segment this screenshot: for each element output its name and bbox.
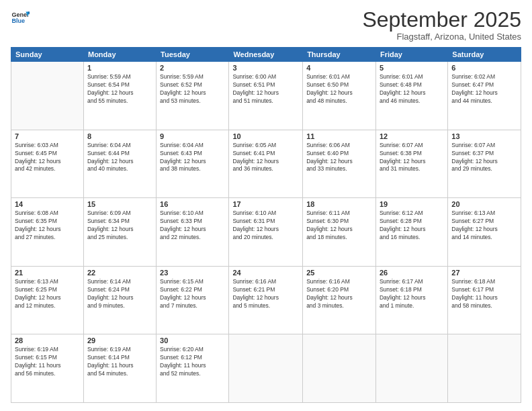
weekday-header-friday: Friday	[375, 48, 447, 62]
day-number: 10	[232, 132, 299, 140]
calendar-cell: 23Sunrise: 6:15 AM Sunset: 6:22 PM Dayli…	[157, 266, 229, 334]
calendar-cell: 9Sunrise: 6:04 AM Sunset: 6:43 PM Daylig…	[157, 130, 229, 198]
calendar-cell	[448, 334, 521, 403]
calendar-cell: 26Sunrise: 6:17 AM Sunset: 6:18 PM Dayli…	[375, 266, 447, 334]
month-title: September 2025	[362, 8, 521, 32]
day-info: Sunrise: 5:59 AM Sunset: 6:52 PM Dayligh…	[160, 73, 225, 105]
day-info: Sunrise: 6:17 AM Sunset: 6:18 PM Dayligh…	[380, 278, 444, 310]
calendar-cell: 11Sunrise: 6:06 AM Sunset: 6:40 PM Dayli…	[303, 130, 376, 198]
day-info: Sunrise: 6:09 AM Sunset: 6:34 PM Dayligh…	[87, 210, 152, 242]
day-info: Sunrise: 6:04 AM Sunset: 6:43 PM Dayligh…	[160, 142, 225, 174]
calendar-cell	[303, 334, 376, 403]
calendar-cell: 2Sunrise: 5:59 AM Sunset: 6:52 PM Daylig…	[157, 62, 229, 130]
day-number: 12	[380, 132, 444, 140]
location-subtitle: Flagstaff, Arizona, United States	[362, 32, 521, 42]
calendar-cell: 10Sunrise: 6:05 AM Sunset: 6:41 PM Dayli…	[229, 130, 303, 198]
calendar-cell: 28Sunrise: 6:19 AM Sunset: 6:15 PM Dayli…	[11, 334, 84, 403]
calendar-cell: 18Sunrise: 6:11 AM Sunset: 6:30 PM Dayli…	[303, 198, 376, 267]
logo: General Blue	[11, 8, 30, 27]
svg-text:Blue: Blue	[11, 17, 25, 24]
calendar-cell: 17Sunrise: 6:10 AM Sunset: 6:31 PM Dayli…	[229, 198, 303, 267]
calendar-cell: 22Sunrise: 6:14 AM Sunset: 6:24 PM Dayli…	[83, 266, 156, 334]
calendar-cell: 14Sunrise: 6:08 AM Sunset: 6:35 PM Dayli…	[11, 198, 84, 267]
calendar-week-1: 1Sunrise: 5:59 AM Sunset: 6:54 PM Daylig…	[11, 62, 521, 130]
day-number: 13	[451, 132, 517, 140]
day-number: 1	[87, 64, 152, 72]
calendar-cell: 19Sunrise: 6:12 AM Sunset: 6:28 PM Dayli…	[375, 198, 447, 267]
calendar-cell: 6Sunrise: 6:02 AM Sunset: 6:47 PM Daylig…	[448, 62, 521, 130]
calendar-cell: 24Sunrise: 6:16 AM Sunset: 6:21 PM Dayli…	[229, 266, 303, 334]
day-info: Sunrise: 6:07 AM Sunset: 6:37 PM Dayligh…	[451, 142, 517, 174]
calendar-cell: 8Sunrise: 6:04 AM Sunset: 6:44 PM Daylig…	[83, 130, 156, 198]
day-info: Sunrise: 6:05 AM Sunset: 6:41 PM Dayligh…	[232, 142, 299, 174]
day-number: 8	[87, 132, 152, 140]
calendar-week-2: 7Sunrise: 6:03 AM Sunset: 6:45 PM Daylig…	[11, 130, 521, 198]
day-number: 18	[306, 200, 372, 208]
calendar-cell: 30Sunrise: 6:20 AM Sunset: 6:12 PM Dayli…	[157, 334, 229, 403]
day-number: 20	[451, 200, 517, 208]
day-info: Sunrise: 6:04 AM Sunset: 6:44 PM Dayligh…	[87, 142, 152, 174]
day-number: 7	[15, 132, 80, 140]
calendar-week-3: 14Sunrise: 6:08 AM Sunset: 6:35 PM Dayli…	[11, 198, 521, 267]
day-number: 16	[160, 200, 225, 208]
day-number: 5	[380, 64, 444, 72]
day-info: Sunrise: 6:03 AM Sunset: 6:45 PM Dayligh…	[15, 142, 80, 174]
day-number: 17	[232, 200, 299, 208]
day-info: Sunrise: 6:07 AM Sunset: 6:38 PM Dayligh…	[380, 142, 444, 174]
day-number: 2	[160, 64, 225, 72]
calendar-week-4: 21Sunrise: 6:13 AM Sunset: 6:25 PM Dayli…	[11, 266, 521, 334]
calendar-cell: 3Sunrise: 6:00 AM Sunset: 6:51 PM Daylig…	[229, 62, 303, 130]
calendar-cell: 25Sunrise: 6:16 AM Sunset: 6:20 PM Dayli…	[303, 266, 376, 334]
day-info: Sunrise: 6:11 AM Sunset: 6:30 PM Dayligh…	[306, 210, 372, 242]
calendar-cell	[229, 334, 303, 403]
day-info: Sunrise: 6:19 AM Sunset: 6:15 PM Dayligh…	[15, 346, 80, 378]
day-number: 24	[232, 269, 299, 277]
day-info: Sunrise: 6:00 AM Sunset: 6:51 PM Dayligh…	[232, 73, 299, 105]
logo-icon: General Blue	[11, 8, 30, 27]
day-number: 4	[306, 64, 372, 72]
day-info: Sunrise: 6:06 AM Sunset: 6:40 PM Dayligh…	[306, 142, 372, 174]
calendar-table: SundayMondayTuesdayWednesdayThursdayFrid…	[11, 47, 521, 403]
weekday-header-monday: Monday	[83, 48, 156, 62]
day-info: Sunrise: 6:01 AM Sunset: 6:50 PM Dayligh…	[306, 73, 372, 105]
calendar-cell	[375, 334, 447, 403]
calendar-cell: 16Sunrise: 6:10 AM Sunset: 6:33 PM Dayli…	[157, 198, 229, 267]
weekday-header-saturday: Saturday	[448, 48, 521, 62]
day-info: Sunrise: 5:59 AM Sunset: 6:54 PM Dayligh…	[87, 73, 152, 105]
day-info: Sunrise: 6:12 AM Sunset: 6:28 PM Dayligh…	[380, 210, 444, 242]
day-number: 6	[451, 64, 517, 72]
page-header: General Blue September 2025 Flagstaff, A…	[11, 8, 521, 42]
day-number: 22	[87, 269, 152, 277]
day-info: Sunrise: 6:16 AM Sunset: 6:20 PM Dayligh…	[306, 278, 372, 310]
day-number: 21	[15, 269, 80, 277]
calendar-cell	[11, 62, 84, 130]
weekday-header-thursday: Thursday	[303, 48, 376, 62]
day-number: 14	[15, 200, 80, 208]
day-info: Sunrise: 6:19 AM Sunset: 6:14 PM Dayligh…	[87, 346, 152, 378]
day-number: 26	[380, 269, 444, 277]
calendar-cell: 20Sunrise: 6:13 AM Sunset: 6:27 PM Dayli…	[448, 198, 521, 267]
day-info: Sunrise: 6:10 AM Sunset: 6:31 PM Dayligh…	[232, 210, 299, 242]
calendar-cell: 1Sunrise: 5:59 AM Sunset: 6:54 PM Daylig…	[83, 62, 156, 130]
calendar-cell: 4Sunrise: 6:01 AM Sunset: 6:50 PM Daylig…	[303, 62, 376, 130]
day-number: 19	[380, 200, 444, 208]
weekday-header-sunday: Sunday	[11, 48, 84, 62]
calendar-cell: 13Sunrise: 6:07 AM Sunset: 6:37 PM Dayli…	[448, 130, 521, 198]
day-number: 9	[160, 132, 225, 140]
day-info: Sunrise: 6:08 AM Sunset: 6:35 PM Dayligh…	[15, 210, 80, 242]
day-info: Sunrise: 6:13 AM Sunset: 6:27 PM Dayligh…	[451, 210, 517, 242]
day-info: Sunrise: 6:13 AM Sunset: 6:25 PM Dayligh…	[15, 278, 80, 310]
calendar-cell: 27Sunrise: 6:18 AM Sunset: 6:17 PM Dayli…	[448, 266, 521, 334]
day-number: 23	[160, 269, 225, 277]
calendar-cell: 12Sunrise: 6:07 AM Sunset: 6:38 PM Dayli…	[375, 130, 447, 198]
day-info: Sunrise: 6:15 AM Sunset: 6:22 PM Dayligh…	[160, 278, 225, 310]
calendar-cell: 15Sunrise: 6:09 AM Sunset: 6:34 PM Dayli…	[83, 198, 156, 267]
day-info: Sunrise: 6:14 AM Sunset: 6:24 PM Dayligh…	[87, 278, 152, 310]
day-info: Sunrise: 6:16 AM Sunset: 6:21 PM Dayligh…	[232, 278, 299, 310]
day-info: Sunrise: 6:18 AM Sunset: 6:17 PM Dayligh…	[451, 278, 517, 310]
weekday-header-row: SundayMondayTuesdayWednesdayThursdayFrid…	[11, 48, 521, 62]
weekday-header-tuesday: Tuesday	[157, 48, 229, 62]
day-info: Sunrise: 6:20 AM Sunset: 6:12 PM Dayligh…	[160, 346, 225, 378]
day-number: 30	[160, 336, 225, 345]
day-number: 29	[87, 336, 152, 345]
